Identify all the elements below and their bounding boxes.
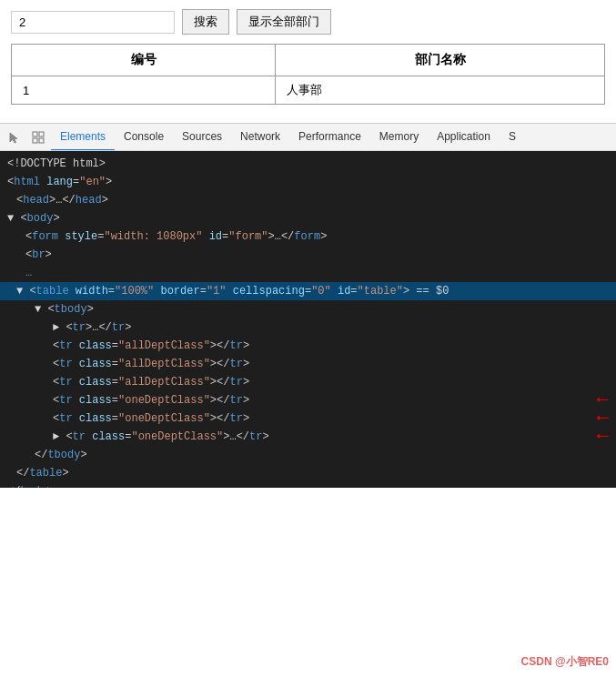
tab-sources[interactable]: Sources: [173, 124, 231, 151]
code-line[interactable]: ▼ <body>: [0, 209, 616, 227]
cursor-icon[interactable]: [4, 126, 25, 148]
svg-rect-0: [33, 132, 37, 136]
code-line[interactable]: ► <tr class="oneDeptClass">…</tr>←: [0, 428, 616, 446]
dept-table: 编号 部门名称 1人事部: [11, 44, 605, 105]
code-line[interactable]: <head>…</head>: [0, 191, 616, 209]
tab-performance[interactable]: Performance: [289, 124, 370, 151]
tab-console[interactable]: Console: [115, 124, 173, 151]
code-line[interactable]: <tr class="allDeptClass"></tr>: [0, 373, 616, 391]
devtools-code-area: <!DOCTYPE html><html lang="en"><head>…</…: [0, 151, 616, 488]
col-id-header: 编号: [12, 45, 276, 76]
cell-id: 1: [12, 76, 276, 105]
svg-rect-1: [39, 132, 44, 136]
code-line[interactable]: <tr class="oneDeptClass"></tr>←: [0, 409, 616, 428]
devtools-panel: Elements Console Sources Network Perform…: [0, 123, 616, 488]
code-line[interactable]: <tr class="allDeptClass"></tr>: [0, 337, 616, 355]
inspect-icon[interactable]: [27, 126, 49, 148]
code-line[interactable]: <form style="width: 1080px" id="form">…<…: [0, 227, 616, 246]
cell-name: 人事部: [276, 76, 605, 105]
tab-memory[interactable]: Memory: [370, 124, 428, 151]
tab-elements[interactable]: Elements: [51, 124, 115, 151]
devtools-tabs-bar: Elements Console Sources Network Perform…: [0, 124, 616, 151]
code-line[interactable]: <br>: [0, 246, 616, 264]
code-line[interactable]: </table>: [0, 464, 616, 482]
table-row: 1人事部: [12, 76, 605, 105]
col-name-header: 部门名称: [276, 45, 605, 76]
code-line[interactable]: …: [0, 264, 616, 282]
code-line[interactable]: <!DOCTYPE html>: [0, 155, 616, 173]
tab-network[interactable]: Network: [231, 124, 289, 151]
svg-rect-2: [33, 138, 37, 143]
code-line[interactable]: <tr class="allDeptClass"></tr>: [0, 355, 616, 373]
svg-rect-3: [39, 138, 44, 143]
code-line[interactable]: ▼ <table width="100%" border="1" cellspa…: [0, 282, 616, 300]
show-all-button[interactable]: 显示全部部门: [237, 9, 331, 35]
code-line[interactable]: <html lang="en">: [0, 173, 616, 191]
search-input[interactable]: [11, 11, 175, 34]
search-button[interactable]: 搜索: [182, 9, 229, 35]
tab-security[interactable]: S: [500, 124, 525, 151]
code-line[interactable]: ▼ <tbody>: [0, 300, 616, 318]
search-bar: 搜索 显示全部部门: [11, 9, 605, 35]
tab-application[interactable]: Application: [428, 124, 500, 151]
code-line[interactable]: </tbody>: [0, 446, 616, 464]
code-line[interactable]: <tr class="oneDeptClass"></tr>←: [0, 391, 616, 409]
code-line[interactable]: ► <tr>…</tr>: [0, 318, 616, 337]
code-line[interactable]: </body>: [0, 482, 616, 488]
